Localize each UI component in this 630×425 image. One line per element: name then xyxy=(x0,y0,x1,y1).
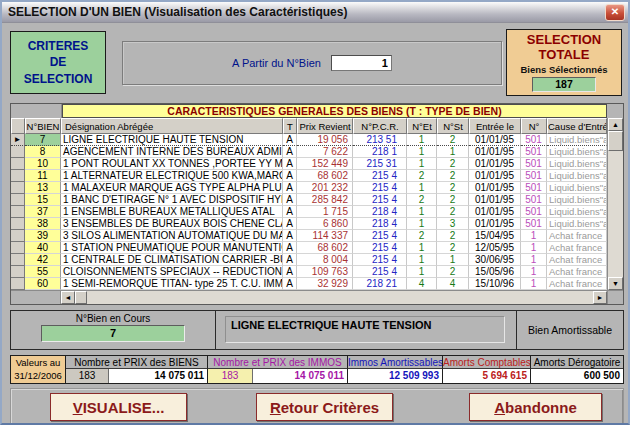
table-row[interactable]: 15 1 BANC D'ETIRAGE N° 1 AVEC DISPOSITIF… xyxy=(11,194,607,206)
cell-type: A xyxy=(283,194,297,206)
scroll-right-button[interactable]: ► xyxy=(593,291,607,304)
vertical-scroll-track[interactable] xyxy=(608,151,623,277)
cell-entree-le: 01/01/95 xyxy=(469,218,521,230)
header-type[interactable]: T xyxy=(283,118,297,134)
header-n-et[interactable]: N°Et xyxy=(407,118,437,134)
cell-entree-le: 01/01/95 xyxy=(469,194,521,206)
cell-n-et: 2 xyxy=(407,170,437,182)
table-row[interactable]: 10 1 PONT ROULANT XX TONNES ,PORTEE YY M… xyxy=(11,158,607,170)
visualise-button[interactable]: VISUALISE... xyxy=(50,393,187,421)
table-row[interactable]: 60 1 SEMI-REMORQUE TITAN- type 25 T. C.U… xyxy=(11,278,607,290)
start-bien-input[interactable] xyxy=(331,55,392,71)
amorts-derogatoire-header: Amorts Dérogatoire xyxy=(530,356,623,369)
cell-n-bien: 40 xyxy=(25,242,61,254)
vertical-scroll-thumb[interactable] xyxy=(608,131,623,151)
band-right-filler xyxy=(607,104,623,118)
cell-type: A xyxy=(283,266,297,278)
cell-n-et: 1 xyxy=(407,134,437,146)
cell-designation: 1 ENSEMBLE BUREAUX METALLIQUES ATAL xyxy=(61,206,283,218)
header-selector xyxy=(11,118,25,134)
header-num[interactable]: N° xyxy=(521,118,547,134)
table-row[interactable]: 55 CLOISONNEMENTS SPECIAUX -- REDUCTION … xyxy=(11,266,607,278)
table-row[interactable]: 13 1 MALAXEUR MARQUE AGS TYPE ALPHA PLUS… xyxy=(11,182,607,194)
header-designation[interactable]: Désignation Abrégée xyxy=(61,118,283,134)
row-selector-cell[interactable] xyxy=(11,230,25,242)
header-entree-le[interactable]: Entrée le xyxy=(469,118,521,134)
scrollbar-corner xyxy=(607,291,623,304)
immos-amortissables-header: Immos Amortissables xyxy=(347,356,442,369)
cell-cause-entree: Liquid.biens"a" xyxy=(547,194,607,206)
row-selector-cell[interactable] xyxy=(11,170,25,182)
retour-criteres-button[interactable]: Retour Critères xyxy=(256,393,393,421)
header-prix-revient[interactable]: Prix Revient xyxy=(297,118,353,134)
table-row[interactable]: ► 7 LIGNE ELECTRIQUE HAUTE TENSION A 19 … xyxy=(11,134,607,146)
cell-pcr: 218 4 xyxy=(353,206,407,218)
cell-n-st: 2 xyxy=(437,230,469,242)
horizontal-scroll-thumb[interactable] xyxy=(75,291,87,304)
cell-n-st: 2 xyxy=(437,266,469,278)
current-bien-designation-area: LIGNE ELECTRIQUE HAUTE TENSION xyxy=(216,311,517,349)
criteria-selection-panel: CRITERES DE SELECTION xyxy=(10,31,106,94)
table-row[interactable]: 37 1 ENSEMBLE BUREAUX METALLIQUES ATAL A… xyxy=(11,206,607,218)
table-row[interactable]: 42 1 CENTRALE DE CLIMATISATION CARRIER -… xyxy=(11,254,607,266)
cell-n-st: 2 xyxy=(437,134,469,146)
cell-designation: 1 BANC D'ETIRAGE N° 1 AVEC DISPOSITIF HY… xyxy=(61,194,283,206)
scroll-left-button[interactable]: ◄ xyxy=(61,291,75,304)
cell-cause-entree: Achat france xyxy=(547,266,607,278)
cell-designation: CLOISONNEMENTS SPECIAUX -- REDUCTION NUI… xyxy=(61,266,283,278)
row-selector-cell[interactable] xyxy=(11,182,25,194)
header-n-st[interactable]: N°St xyxy=(437,118,469,134)
row-selector-cell[interactable] xyxy=(11,158,25,170)
cell-entree-le: 12/05/95 xyxy=(469,242,521,254)
cell-num: 501 xyxy=(521,134,547,146)
row-selector-cell[interactable] xyxy=(11,146,25,158)
scroll-up-button[interactable]: ▲ xyxy=(608,118,623,131)
table-row[interactable]: 38 3 ENSEMBLES DE BUREAUX BOIS CHENE CLA… xyxy=(11,218,607,230)
header-pcr[interactable]: N°P.C.R. xyxy=(353,118,407,134)
cell-num: 1 xyxy=(521,242,547,254)
header-n-bien[interactable]: N°BIEN xyxy=(25,118,61,134)
vertical-scrollbar[interactable]: ▲ ▼ xyxy=(607,118,623,290)
cell-n-bien: 8 xyxy=(25,146,61,158)
row-selector-cell[interactable] xyxy=(11,194,25,206)
table-title-band: CARACTERISTIQUES GENERALES DES BIENS (T … xyxy=(11,104,623,118)
row-selector-cell[interactable] xyxy=(11,278,25,290)
valeurs-au-cell: Valeurs au 31/12/2006 xyxy=(11,356,66,383)
cell-pcr: 215 31 xyxy=(353,158,407,170)
current-bien-designation: LIGNE ELECTRIQUE HAUTE TENSION xyxy=(225,316,505,343)
cell-prix-revient: 114 337 xyxy=(297,230,353,242)
summary-strip: Valeurs au 31/12/2006 Nombre et PRIX des… xyxy=(10,355,624,384)
table-row[interactable]: 39 3 SILOS ALIMENTATION AUTOMATIQUE DU M… xyxy=(11,230,607,242)
table-row[interactable]: 11 1 ALTERNATEUR ELECTRIQUE 500 KWA,MARQ… xyxy=(11,170,607,182)
cell-designation: 1 MALAXEUR MARQUE AGS TYPE ALPHA PLUS xyxy=(61,182,283,194)
horizontal-scroll-track[interactable] xyxy=(87,291,593,304)
table-row[interactable]: 8 AGENCEMENT INTERNE DES BUREAUX ADMINIS… xyxy=(11,146,607,158)
header-cause-entree[interactable]: Cause d'Entrée xyxy=(547,118,607,134)
row-selector-cell[interactable] xyxy=(11,266,25,278)
cell-type: A xyxy=(283,242,297,254)
app-window: SELECTION D'UN BIEN (Visualisation des C… xyxy=(0,0,630,425)
row-selector-cell[interactable] xyxy=(11,206,25,218)
cell-prix-revient: 109 763 xyxy=(297,266,353,278)
abandonne-button[interactable]: Abandonne xyxy=(469,393,602,421)
cell-designation: 1 ALTERNATEUR ELECTRIQUE 500 KWA,MARQUE … xyxy=(61,170,283,182)
table-row[interactable]: 40 1 STATION PNEUMATIQUE POUR MANUTENTIO… xyxy=(11,242,607,254)
immos-count: 183 xyxy=(207,369,252,383)
cell-type: A xyxy=(283,218,297,230)
row-selector-cell[interactable] xyxy=(11,218,25,230)
cell-type: A xyxy=(283,230,297,242)
cell-n-et: 1 xyxy=(407,146,437,158)
cell-type: A xyxy=(283,254,297,266)
cell-cause-entree: Liquid.biens"a" xyxy=(547,206,607,218)
cell-designation: LIGNE ELECTRIQUE HAUTE TENSION xyxy=(61,134,283,146)
row-selector-cell[interactable] xyxy=(11,254,25,266)
row-selector-cell[interactable]: ► xyxy=(11,134,25,146)
cell-cause-entree: Liquid.biens"a" xyxy=(547,158,607,170)
cell-cause-entree: Liquid.biens"a" xyxy=(547,218,607,230)
row-selector-cell[interactable] xyxy=(11,242,25,254)
cell-n-et: 2 xyxy=(407,194,437,206)
cell-pcr: 218 21 xyxy=(353,278,407,290)
scroll-down-button[interactable]: ▼ xyxy=(608,277,623,290)
horizontal-scrollbar[interactable]: ◄ ► xyxy=(11,290,623,304)
close-button[interactable]: ✕ xyxy=(605,4,625,21)
